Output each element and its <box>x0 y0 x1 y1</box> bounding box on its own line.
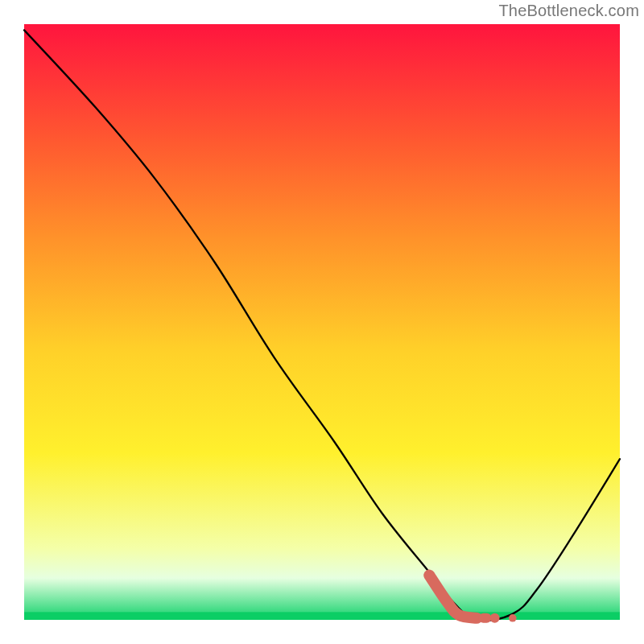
bottleneck-chart <box>0 0 644 644</box>
plot-background <box>24 24 620 620</box>
optimal-zone-dot <box>490 613 500 623</box>
chart-stage: TheBottleneck.com <box>0 0 644 644</box>
watermark-text: TheBottleneck.com <box>498 2 639 20</box>
optimal-zone-dot <box>509 614 517 622</box>
green-band <box>24 612 620 620</box>
